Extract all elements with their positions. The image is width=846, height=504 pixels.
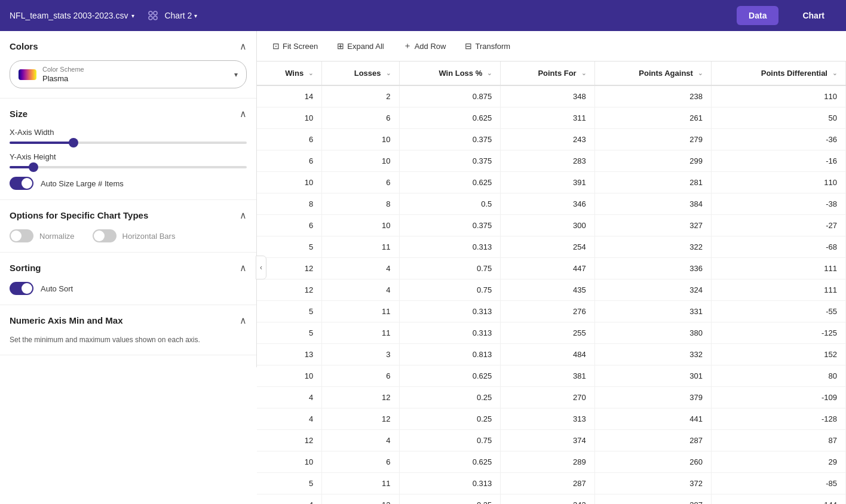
table-row[interactable]: 4120.25270379-109 (257, 387, 846, 408)
x-axis-slider[interactable] (10, 142, 247, 144)
table-row[interactable]: 5110.313287372-85 (257, 473, 846, 494)
horizontal-bars-toggle[interactable] (93, 229, 117, 242)
table-body: 1420.8753482381101060.625311261506100.37… (257, 85, 846, 504)
cell-18-1: 11 (322, 473, 399, 494)
table-row[interactable]: 1060.62538130180 (257, 365, 846, 387)
table-row[interactable]: 6100.375283299-16 (257, 150, 846, 172)
cell-13-4: 301 (594, 365, 711, 387)
y-axis-thumb[interactable] (29, 162, 38, 172)
table-row[interactable]: 880.5346384-38 (257, 193, 846, 215)
data-table-container[interactable]: Wins⌄Losses⌄Win Loss %⌄Points For⌄Points… (257, 62, 846, 504)
cell-6-1: 10 (322, 215, 399, 236)
col-header-wins[interactable]: Wins⌄ (257, 62, 322, 85)
table-row[interactable]: 1420.875348238110 (257, 85, 846, 107)
cell-12-4: 332 (594, 344, 711, 365)
chart2-label: Chart 2 ▾ (164, 11, 197, 20)
cell-16-5: 87 (711, 430, 845, 451)
table-row[interactable]: 5110.313276331-55 (257, 301, 846, 322)
cell-14-2: 0.25 (399, 387, 501, 408)
right-panel: ⊡ Fit Screen ⊞ Expand All ＋ Add Row ⊟ Tr… (257, 31, 846, 504)
svg-point-2 (149, 16, 152, 20)
horizontal-bars-label: Horizontal Bars (122, 232, 176, 241)
col-header-win_loss_pct[interactable]: Win Loss %⌄ (399, 62, 501, 85)
fit-screen-button[interactable]: ⊡ Fit Screen (265, 38, 325, 54)
sorting-section: Sorting ∧ Auto Sort (0, 253, 256, 305)
x-axis-label: X-Axis Width (10, 128, 247, 137)
cell-17-1: 6 (322, 451, 399, 473)
sort-icon-points_for[interactable]: ⌄ (581, 70, 586, 76)
table-row[interactable]: 6100.375243279-36 (257, 129, 846, 150)
size-collapse-button[interactable]: ∧ (240, 108, 247, 119)
cell-15-3: 313 (501, 408, 594, 430)
table-row[interactable]: 1330.813484332152 (257, 344, 846, 365)
cell-4-3: 391 (501, 172, 594, 193)
sort-icon-wins[interactable]: ⌄ (308, 70, 313, 76)
table-row[interactable]: 4120.25243387-144 (257, 494, 846, 505)
table-row[interactable]: 5110.313255380-125 (257, 322, 846, 344)
cell-5-4: 384 (594, 193, 711, 215)
table-row[interactable]: 5110.313254322-68 (257, 236, 846, 258)
table-row[interactable]: 1060.62531126150 (257, 107, 846, 129)
horizontal-bars-knob (94, 231, 105, 241)
cell-14-1: 12 (322, 387, 399, 408)
data-button[interactable]: Data (737, 6, 778, 25)
size-title: Size (10, 109, 27, 119)
expand-all-button[interactable]: ⊞ Expand All (330, 38, 391, 54)
table-row[interactable]: 6100.375300327-27 (257, 215, 846, 236)
cell-10-5: -55 (711, 301, 845, 322)
chart-button[interactable]: Chart (790, 6, 836, 25)
auto-size-label: Auto Size Large # Items (41, 179, 124, 188)
table-row[interactable]: 1240.75435324111 (257, 279, 846, 301)
transform-button[interactable]: ⊟ Transform (458, 38, 517, 54)
auto-sort-toggle[interactable] (10, 282, 33, 295)
colors-collapse-button[interactable]: ∧ (240, 41, 247, 52)
table-row[interactable]: 1060.625391281110 (257, 172, 846, 193)
col-header-points_against[interactable]: Points Against⌄ (594, 62, 711, 85)
sort-icon-losses[interactable]: ⌄ (386, 70, 391, 76)
cell-11-0: 5 (257, 322, 322, 344)
table-row[interactable]: 1240.75447336111 (257, 258, 846, 279)
col-header-points_for[interactable]: Points For⌄ (501, 62, 594, 85)
numeric-collapse-button[interactable]: ∧ (240, 315, 247, 326)
cell-16-1: 4 (322, 430, 399, 451)
cell-18-2: 0.313 (399, 473, 501, 494)
sorting-collapse-button[interactable]: ∧ (240, 262, 247, 273)
cell-14-4: 379 (594, 387, 711, 408)
sort-icon-points_against[interactable]: ⌄ (698, 70, 703, 76)
y-axis-slider[interactable] (10, 166, 247, 168)
auto-size-row: Auto Size Large # Items (10, 177, 247, 190)
cell-14-5: -109 (711, 387, 845, 408)
sort-icon-win_loss_pct[interactable]: ⌄ (487, 70, 492, 76)
cell-8-3: 447 (501, 258, 594, 279)
options-row: Normalize Horizontal Bars (10, 229, 247, 242)
cell-13-3: 381 (501, 365, 594, 387)
cell-7-0: 5 (257, 236, 322, 258)
cell-0-4: 238 (594, 85, 711, 107)
x-axis-thumb[interactable] (69, 138, 78, 147)
add-row-button[interactable]: ＋ Add Row (396, 37, 453, 55)
color-scheme-dropdown[interactable]: Color Scheme Plasma ▾ (10, 60, 247, 88)
cell-16-2: 0.75 (399, 430, 501, 451)
file-selector[interactable]: NFL_team_stats 2003-2023.csv ▾ (10, 11, 134, 20)
cell-1-0: 10 (257, 107, 322, 129)
data-table: Wins⌄Losses⌄Win Loss %⌄Points For⌄Points… (257, 62, 846, 504)
chart2-selector[interactable]: Chart 2 ▾ (146, 9, 197, 22)
auto-size-toggle[interactable] (10, 177, 33, 190)
cell-0-2: 0.875 (399, 85, 501, 107)
sorting-section-header: Sorting ∧ (10, 262, 247, 273)
col-header-losses[interactable]: Losses⌄ (322, 62, 399, 85)
cell-12-1: 3 (322, 344, 399, 365)
sort-icon-points_diff[interactable]: ⌄ (832, 70, 837, 76)
table-row[interactable]: 4120.25313441-128 (257, 408, 846, 430)
cell-1-2: 0.625 (399, 107, 501, 129)
options-collapse-button[interactable]: ∧ (240, 210, 247, 221)
cell-9-1: 4 (322, 279, 399, 301)
table-row[interactable]: 1240.7537428787 (257, 430, 846, 451)
col-header-points_diff[interactable]: Points Differential⌄ (711, 62, 845, 85)
numeric-section: Numeric Axis Min and Max ∧ Set the minim… (0, 305, 256, 355)
main-layout: Colors ∧ Color Scheme Plasma ▾ (0, 31, 846, 504)
cell-3-5: -16 (711, 150, 845, 172)
panel-collapse-button[interactable]: ‹ (256, 256, 266, 279)
table-row[interactable]: 1060.62528926029 (257, 451, 846, 473)
normalize-toggle[interactable] (10, 229, 33, 242)
